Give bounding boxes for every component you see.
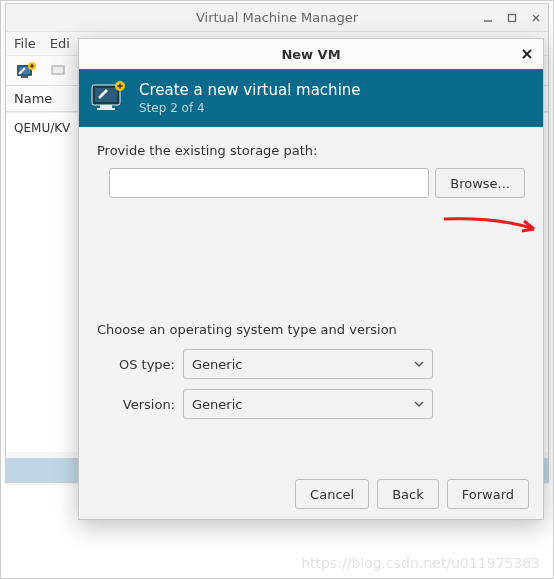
storage-path-label: Provide the existing storage path:: [97, 143, 525, 158]
forward-button[interactable]: Forward: [447, 479, 529, 509]
menu-edit[interactable]: Edi: [50, 36, 70, 51]
banner-title: Create a new virtual machine: [139, 81, 361, 99]
forward-button-label: Forward: [462, 487, 514, 502]
maximize-button[interactable]: [500, 4, 524, 32]
banner-text: Create a new virtual machine Step 2 of 4: [139, 81, 361, 115]
version-value: Generic: [192, 397, 242, 412]
new-vm-toolbar-button[interactable]: [12, 58, 40, 84]
minimize-button[interactable]: [476, 4, 500, 32]
os-type-label: OS type:: [111, 357, 175, 372]
list-item-label: QEMU/KV: [14, 121, 70, 135]
spacer: [97, 206, 525, 322]
back-button-label: Back: [392, 487, 424, 502]
open-vm-toolbar-button[interactable]: [44, 58, 72, 84]
dialog-button-bar: Cancel Back Forward: [79, 469, 543, 519]
monitor-icon: [89, 80, 129, 116]
dialog-banner: Create a new virtual machine Step 2 of 4: [79, 69, 543, 127]
main-window-title: Virtual Machine Manager: [196, 10, 358, 25]
dialog-close-button[interactable]: [515, 42, 539, 66]
watermark: https://blog.csdn.net/u011975363: [301, 555, 540, 571]
version-label: Version:: [111, 397, 175, 412]
dialog-titlebar: New VM: [79, 39, 543, 69]
banner-step: Step 2 of 4: [139, 101, 361, 115]
svg-rect-9: [100, 105, 112, 108]
close-button[interactable]: [524, 4, 548, 32]
storage-path-input[interactable]: [109, 168, 429, 198]
storage-path-row: Browse...: [109, 168, 525, 198]
cancel-button-label: Cancel: [310, 487, 354, 502]
dialog-title: New VM: [281, 47, 340, 62]
browse-button-label: Browse...: [450, 176, 510, 191]
main-titlebar: Virtual Machine Manager: [6, 4, 548, 32]
os-type-row: OS type: Generic: [111, 349, 525, 379]
os-section-label: Choose an operating system type and vers…: [97, 322, 525, 337]
new-vm-dialog: New VM Create a new virtual machine Step…: [78, 38, 544, 520]
cancel-button[interactable]: Cancel: [295, 479, 369, 509]
window-controls: [476, 4, 548, 31]
dialog-body: Provide the existing storage path: Brows…: [79, 127, 543, 441]
chevron-down-icon: [414, 401, 424, 407]
svg-rect-3: [21, 76, 28, 78]
chevron-down-icon: [414, 361, 424, 367]
menu-file[interactable]: File: [14, 36, 36, 51]
version-row: Version: Generic: [111, 389, 525, 419]
os-type-combo[interactable]: Generic: [183, 349, 433, 379]
os-type-value: Generic: [192, 357, 242, 372]
svg-rect-6: [53, 67, 63, 73]
back-button[interactable]: Back: [377, 479, 439, 509]
browse-button[interactable]: Browse...: [435, 168, 525, 198]
version-combo[interactable]: Generic: [183, 389, 433, 419]
column-header-name[interactable]: Name: [6, 86, 81, 111]
svg-rect-0: [509, 15, 516, 22]
svg-rect-10: [97, 108, 115, 110]
